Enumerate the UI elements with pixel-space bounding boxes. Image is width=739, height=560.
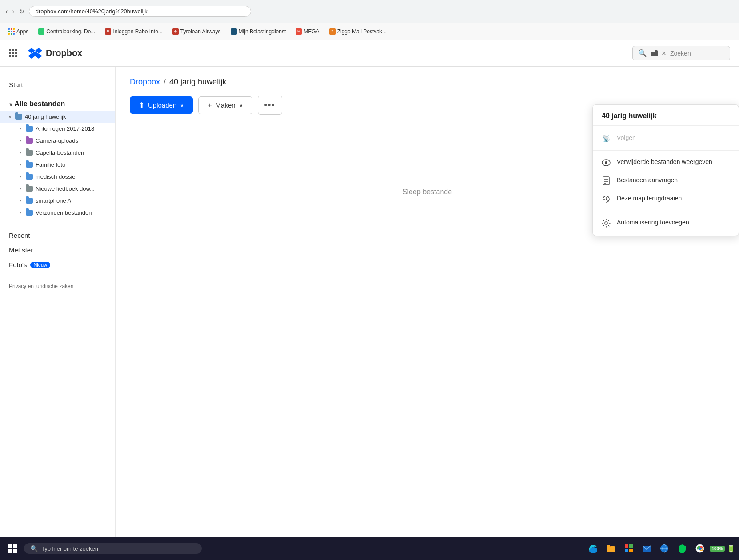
sidebar-item-verzonden[interactable]: › Verzonden bestanden <box>0 207 115 219</box>
centralparking-icon <box>38 28 44 35</box>
menu-separator1 <box>593 150 739 151</box>
main-layout: Start Alle bestanden ∨ 40 jarig huwelijk… <box>0 67 739 560</box>
bookmark-mega[interactable]: M MEGA <box>292 27 323 36</box>
folder-smartphone-label: smartphone A <box>36 197 71 204</box>
sidebar-divider2 <box>0 276 115 276</box>
search-clear-icon[interactable]: ✕ <box>661 50 667 57</box>
battery-label: 100% <box>710 546 725 552</box>
nav-back-icon[interactable]: ‹ <box>5 8 8 16</box>
sidebar-legal[interactable]: Privacy en juridische zaken <box>0 280 115 293</box>
sidebar-item-camera[interactable]: › Camera-uploads <box>0 135 115 147</box>
battery-area: 100% 🔋 <box>710 544 735 553</box>
menu-item-terugdraaien[interactable]: Deze map terugdraaien <box>593 190 739 208</box>
sidebar-item-medisch[interactable]: › medisch dossier <box>0 171 115 183</box>
taskbar-explorer-icon[interactable] <box>603 540 619 556</box>
bookmark-tyrolean[interactable]: ✈ Tyrolean Airways <box>169 27 224 36</box>
sidebar-start[interactable]: Start <box>0 77 115 92</box>
dropbox-icon <box>28 47 42 60</box>
belasting-label: Mijn Belastingdienst <box>239 28 286 35</box>
taskbar-chrome-icon[interactable] <box>692 540 708 556</box>
apps-label: Apps <box>16 28 28 35</box>
folder-smartphone-icon <box>26 198 33 204</box>
windows-start-button[interactable] <box>4 540 21 557</box>
taskbar-shield-icon[interactable] <box>674 540 690 556</box>
sidebar-section-files: Alle bestanden ∨ 40 jarig huwelijk › <box>0 94 115 220</box>
taskbar-search-placeholder: Typ hier om te zoeken <box>41 545 98 552</box>
sidebar-item-40-jarig[interactable]: ∨ 40 jarig huwelijk <box>0 111 115 123</box>
eye-icon <box>602 158 611 167</box>
svg-rect-20 <box>629 549 633 552</box>
sidebar-starred[interactable]: Met ster <box>0 243 115 257</box>
url-bar[interactable]: dropbox.com/home/40%20jarig%20huwelijk <box>29 6 251 17</box>
folder-camera-label: Camera-uploads <box>36 137 78 144</box>
taskbar-store-icon[interactable] <box>621 540 637 556</box>
file-request-icon <box>602 176 611 185</box>
ziggo-label: Ziggo Mail Postvak... <box>337 28 387 35</box>
sidebar-item-familie[interactable]: › Familie foto <box>0 159 115 171</box>
bookmark-centralparking[interactable]: Centralparking, De... <box>35 27 99 36</box>
grid-menu-icon[interactable] <box>9 49 17 57</box>
expand-arrow-anton: › <box>18 126 23 131</box>
belasting-icon <box>231 28 237 35</box>
gear-icon <box>602 219 611 228</box>
taskbar-earth-icon[interactable] <box>656 540 672 556</box>
more-options-button[interactable]: ••• <box>258 96 282 115</box>
breadcrumb-root[interactable]: Dropbox <box>130 77 160 87</box>
centralparking-label: Centralparking, De... <box>46 28 95 35</box>
expand-arrow-camera: › <box>18 138 23 143</box>
search-label: Zoeken <box>670 50 691 57</box>
expand-arrow-familie: › <box>18 162 23 167</box>
bookmark-rabo[interactable]: R Inloggen Rabo Inte... <box>101 27 166 36</box>
folder-nieuwe-label: Nieuwe liedboek dow... <box>36 185 95 192</box>
upload-button[interactable]: ⬆ Uploaden ∨ <box>130 96 193 114</box>
nav-forward-icon[interactable]: › <box>12 8 14 16</box>
search-bar[interactable]: 🔍 ✕ Zoeken <box>632 46 730 60</box>
tyrolean-icon: ✈ <box>172 28 179 35</box>
bookmark-ziggo[interactable]: Z Ziggo Mail Postvak... <box>326 27 390 36</box>
folder-camera-icon <box>26 138 33 144</box>
menu-item-automatisering[interactable]: Automatisering toevoegen <box>593 214 739 232</box>
taskbar-mail-icon[interactable] <box>639 540 655 556</box>
sidebar-item-nieuwe[interactable]: › Nieuwe liedboek dow... <box>0 183 115 195</box>
content-area: Dropbox / 40 jarig huwelijk ⬆ Uploaden ∨… <box>116 67 739 560</box>
taskbar-search-box[interactable]: 🔍 Typ hier om te zoeken <box>24 543 202 554</box>
svg-rect-11 <box>8 549 12 553</box>
make-label: Maken <box>216 101 236 109</box>
taskbar-edge-icon[interactable] <box>585 540 601 556</box>
svg-rect-16 <box>607 545 610 547</box>
expand-arrow: ∨ <box>7 114 12 119</box>
folder-anton-icon <box>26 126 33 132</box>
tyrolean-label: Tyrolean Airways <box>180 28 221 35</box>
expand-arrow-nieuwe: › <box>18 186 23 191</box>
taskbar: 🔍 Typ hier om te zoeken <box>0 537 739 560</box>
breadcrumb-separator: / <box>164 77 166 87</box>
bookmark-belasting[interactable]: Mijn Belastingdienst <box>227 27 290 36</box>
bookmarks-bar: Apps Centralparking, De... R Inloggen Ra… <box>0 23 739 40</box>
more-dots-icon: ••• <box>264 100 276 109</box>
menu-item-verwijderde[interactable]: Verwijderde bestanden weergeven <box>593 153 739 172</box>
reload-icon[interactable]: ↻ <box>19 8 24 15</box>
sidebar-item-smartphone[interactable]: › smartphone A <box>0 195 115 207</box>
upload-label: Uploaden <box>148 101 176 109</box>
bookmark-apps[interactable]: Apps <box>4 27 32 36</box>
sidebar-recent[interactable]: Recent <box>0 228 115 243</box>
svg-point-8 <box>605 222 607 224</box>
dropbox-logo[interactable]: Dropbox <box>28 47 82 60</box>
folder-capella-icon <box>26 150 33 156</box>
svg-rect-10 <box>13 544 17 548</box>
sidebar-all-files[interactable]: Alle bestanden <box>0 96 115 111</box>
make-button[interactable]: + Maken ∨ <box>198 96 252 114</box>
sidebar-item-anton[interactable]: › Anton ogen 2017-2018 <box>0 123 115 135</box>
svg-point-1 <box>605 161 607 164</box>
folder-familie-label: Familie foto <box>36 161 65 168</box>
menu-separator2 <box>593 211 739 211</box>
menu-item-aanvragen[interactable]: Bestanden aanvragen <box>593 172 739 190</box>
menu-item-volgen[interactable]: 📡 Volgen <box>593 129 739 148</box>
make-chevron: ∨ <box>239 102 243 108</box>
sidebar-item-capella[interactable]: › Capella-bestanden <box>0 147 115 159</box>
dropbox-title: Dropbox <box>46 48 82 58</box>
search-icon-taskbar: 🔍 <box>30 545 38 552</box>
folder-verzonden-icon <box>26 210 33 216</box>
sidebar-photos[interactable]: Foto's Nieuw <box>0 257 115 272</box>
folder-familie-icon <box>26 162 33 168</box>
